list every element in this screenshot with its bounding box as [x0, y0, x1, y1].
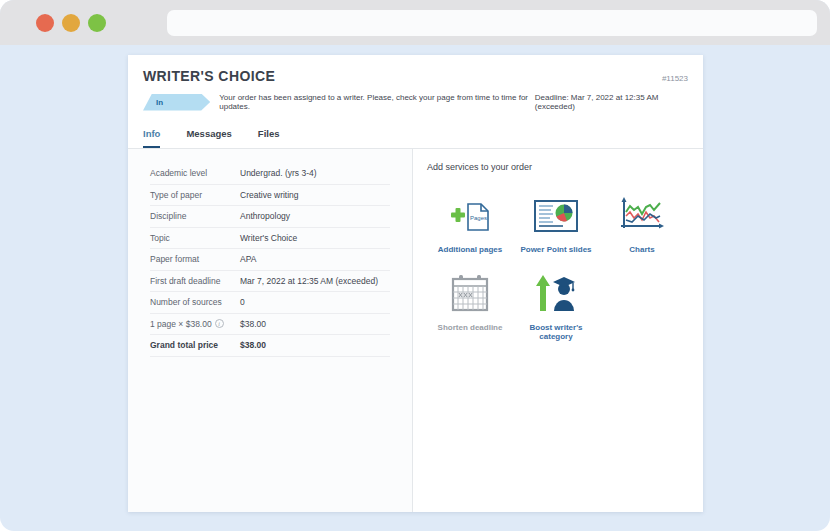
order-number: #11523: [662, 74, 688, 83]
detail-label: 1 page × $38.00 i: [150, 319, 240, 329]
detail-value: Anthropology: [240, 211, 290, 221]
minimize-window-button[interactable]: [62, 14, 80, 32]
svg-text:Pages: Pages: [470, 215, 487, 221]
status-badge: In progress: [143, 94, 210, 111]
detail-value: Undergrad. (yrs 3-4): [240, 168, 317, 178]
order-card: WRITER'S CHOICE #11523 In progress Your …: [128, 55, 703, 512]
browser-window: WRITER'S CHOICE #11523 In progress Your …: [0, 0, 830, 531]
detail-value: APA: [240, 254, 256, 264]
service-charts[interactable]: Charts: [599, 193, 685, 254]
detail-value: $38.00: [240, 319, 266, 329]
browser-title-bar: [0, 0, 830, 45]
service-boost-writers-category[interactable]: Boost writer's category: [513, 271, 599, 341]
detail-value: Creative writing: [240, 190, 299, 200]
order-details-panel: Academic level Undergrad. (yrs 3-4) Type…: [128, 149, 413, 512]
detail-row-topic: Topic Writer's Choice: [150, 228, 390, 250]
page-title: WRITER'S CHOICE: [143, 68, 275, 84]
order-header: WRITER'S CHOICE #11523 In progress Your …: [128, 55, 703, 111]
boost-writers-category-icon: [535, 271, 577, 317]
service-label: Power Point slides: [520, 245, 591, 254]
detail-row-grand-total: Grand total price $38.00: [150, 335, 390, 357]
detail-row-type-of-paper: Type of paper Creative writing: [150, 185, 390, 207]
deadline-text: Deadline: Mar 7, 2022 at 12:35 AM (excee…: [535, 93, 688, 111]
service-label: Boost writer's category: [513, 323, 599, 341]
page-background: WRITER'S CHOICE #11523 In progress Your …: [0, 45, 830, 531]
service-label: Shorten deadline: [438, 323, 503, 332]
address-bar[interactable]: [167, 10, 817, 36]
service-additional-pages[interactable]: Pages Additional pages: [427, 193, 513, 254]
detail-label: Discipline: [150, 211, 240, 221]
detail-row-page-price: 1 page × $38.00 i $38.00: [150, 314, 390, 336]
detail-label: Number of sources: [150, 297, 240, 307]
tab-files[interactable]: Files: [258, 124, 280, 148]
detail-label: Type of paper: [150, 190, 240, 200]
detail-label: First draft deadline: [150, 276, 240, 286]
maximize-window-button[interactable]: [88, 14, 106, 32]
additional-pages-icon: Pages: [449, 193, 491, 239]
charts-icon: [619, 193, 665, 239]
detail-label-text: 1 page × $38.00: [150, 319, 212, 329]
detail-value: Mar 7, 2022 at 12:35 AM (exceeded): [240, 276, 378, 286]
service-shorten-deadline[interactable]: Shorten deadline: [427, 271, 513, 341]
status-message: Your order has been assigned to a writer…: [219, 93, 535, 111]
detail-row-first-draft-deadline: First draft deadline Mar 7, 2022 at 12:3…: [150, 271, 390, 293]
detail-row-number-of-sources: Number of sources 0: [150, 292, 390, 314]
detail-label: Grand total price: [150, 340, 240, 350]
detail-value: $38.00: [240, 340, 266, 350]
detail-label: Paper format: [150, 254, 240, 264]
powerpoint-slides-icon: [533, 193, 579, 239]
detail-value: Writer's Choice: [240, 233, 297, 243]
info-icon[interactable]: i: [215, 319, 224, 328]
service-powerpoint-slides[interactable]: Power Point slides: [513, 193, 599, 254]
tab-info[interactable]: Info: [143, 124, 160, 148]
window-controls: [36, 14, 106, 32]
add-services-panel: Add services to your order Pages: [413, 149, 703, 512]
detail-value: 0: [240, 297, 245, 307]
detail-row-academic-level: Academic level Undergrad. (yrs 3-4): [150, 163, 390, 185]
shorten-deadline-icon: [450, 271, 490, 317]
detail-label: Academic level: [150, 168, 240, 178]
detail-row-paper-format: Paper format APA: [150, 249, 390, 271]
detail-label: Topic: [150, 233, 240, 243]
close-window-button[interactable]: [36, 14, 54, 32]
tab-messages[interactable]: Messages: [186, 124, 231, 148]
services-heading: Add services to your order: [427, 162, 689, 172]
detail-row-discipline: Discipline Anthropology: [150, 206, 390, 228]
service-label: Charts: [629, 245, 654, 254]
services-grid: Pages Additional pages: [427, 193, 689, 341]
tab-bar: Info Messages Files: [128, 124, 703, 149]
service-label: Additional pages: [438, 245, 502, 254]
